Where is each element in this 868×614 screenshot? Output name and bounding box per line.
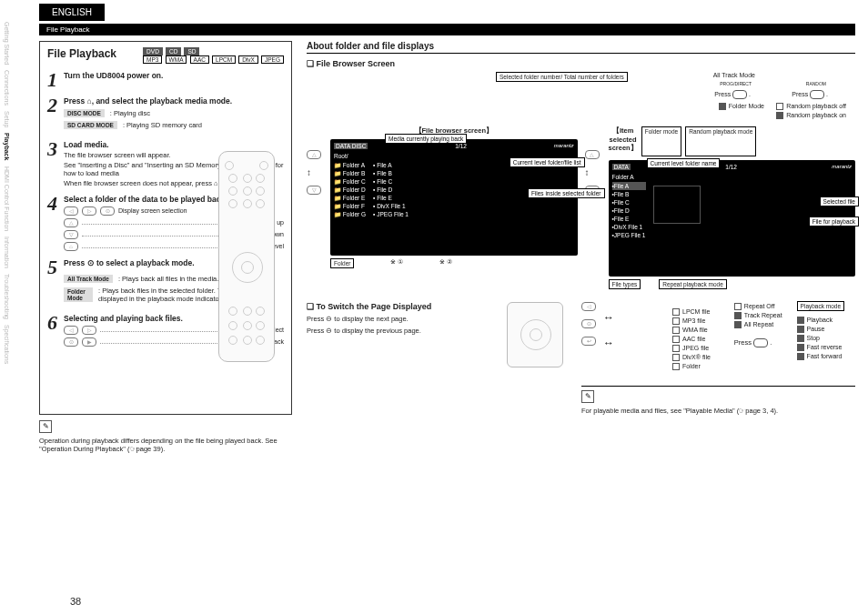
- step-number-3: 3: [47, 140, 64, 187]
- all-repeat: All Repeat: [744, 321, 773, 327]
- top-menu-icon: ⌂: [64, 242, 78, 251]
- divx-icon: [672, 354, 680, 361]
- nav-hdmi[interactable]: HDMI Control Function: [4, 166, 10, 231]
- step-1: 1 Turn the UD8004 power on.: [47, 71, 284, 89]
- callout-level: Current level folder/file list: [510, 157, 585, 167]
- step-number-4: 4: [47, 195, 64, 251]
- enter-icon: ⊙: [100, 206, 115, 216]
- switch-page-heading: ❏ To Switch the Page Displayed: [307, 302, 489, 311]
- prog-direct-label: PROG/DIRECT: [720, 81, 752, 86]
- badge-cd: CD: [166, 47, 181, 55]
- jpeg-icon: [672, 345, 680, 352]
- step-number-1: 1: [47, 71, 64, 89]
- type-wma: WMA file: [682, 327, 708, 333]
- folder-f: Folder F: [343, 203, 365, 209]
- file-jpeg-2: JPEG File 1: [614, 232, 646, 238]
- badge-wma: WMA: [166, 55, 187, 64]
- folder-e: Folder E: [343, 195, 366, 201]
- wma-icon: [672, 327, 680, 334]
- file-browser-heading: ❏ File Browser Screen: [307, 59, 855, 68]
- file-divx-2: DivX File 1: [614, 224, 642, 230]
- file-b-2: File B: [614, 191, 630, 197]
- left-footnote: Operation during playback differs depend…: [39, 437, 292, 453]
- nav-up-icon: △: [307, 150, 321, 159]
- item-screen-label: 【Item selected screen】: [609, 126, 638, 153]
- nav-troubleshooting[interactable]: Troubleshooting: [4, 274, 10, 319]
- callout-files-inside: Files inside selected folder: [528, 188, 605, 198]
- note-icon-left: ✎: [39, 420, 52, 433]
- note-icon: ✎: [581, 390, 594, 403]
- file-a-sel: File A: [614, 183, 629, 189]
- data-disc-label: DATA DISC: [334, 143, 368, 149]
- nav-up-icon: ◁: [64, 206, 78, 216]
- press-2: Press: [792, 91, 808, 97]
- right-column: About folder and file displays ❏ File Br…: [307, 41, 855, 415]
- mp3-icon: [672, 317, 680, 325]
- counter: 1/12: [455, 143, 467, 151]
- all-track-label: All Track Mode: [64, 275, 113, 283]
- nav-setup[interactable]: Setup: [4, 111, 10, 127]
- repeat-list: Repeat Off Track Repeat All Repeat: [734, 302, 782, 329]
- repeat-button-icon: [753, 338, 768, 347]
- nav-specifications[interactable]: Specifications: [4, 325, 10, 364]
- badge-sd: SD: [184, 47, 199, 55]
- all-track-text: : Plays back all files in the media.: [118, 275, 218, 283]
- section-header: File Playback: [39, 24, 855, 35]
- step-number-6: 6: [47, 314, 64, 347]
- brand-label: marantz: [554, 143, 574, 151]
- folder-d: Folder D: [343, 186, 366, 193]
- pb-pause: Pause: [807, 326, 825, 332]
- badge-lpcm: LPCM: [212, 55, 236, 64]
- nav-information[interactable]: Information: [4, 237, 10, 268]
- step1-title: Turn the UD8004 power on.: [64, 71, 284, 80]
- file-list-2: ▪File A ▪File B ▪File C ▪File D ▪File E …: [612, 182, 646, 239]
- page-content: ENGLISH File Playback File Playback DVD …: [30, 0, 868, 614]
- random-mode-box: Random playback mode: [685, 126, 756, 156]
- nav-connections[interactable]: Connections: [4, 70, 10, 106]
- press-3: Press: [734, 338, 752, 347]
- folder-c: Folder C: [343, 178, 366, 185]
- random-button-icon: [810, 90, 824, 99]
- file-b: File B: [377, 170, 392, 176]
- badge-jpeg: JPEG: [261, 55, 284, 64]
- aac-icon: [672, 336, 680, 343]
- format-badges: DVD CD SD MP3 WMA AAC LPCM DivX JPEG: [142, 47, 284, 64]
- step-number-2: 2: [47, 96, 64, 133]
- nav-playback[interactable]: Playback: [4, 133, 10, 160]
- random-label: RANDOM: [806, 81, 826, 86]
- screens-row: △ ↕ ▽ 【File browser screen】 DATA DISC 1/…: [307, 126, 855, 289]
- callout-current-name: Current level folder name: [647, 158, 721, 168]
- remote-illustration: [218, 151, 275, 362]
- nav-getting-started[interactable]: Getting Started: [4, 22, 10, 65]
- callout-media: Media currently playing back: [385, 134, 467, 144]
- file-browser-screen: DATA DISC 1/12 marantz Root/ 📁 Folder A …: [330, 139, 578, 256]
- type-aac: AAC file: [682, 336, 705, 342]
- sd-mode-text: : Playing SD memory card: [123, 121, 202, 129]
- nav-left-icon: ◁: [64, 326, 78, 335]
- return-icon: ↩: [581, 337, 596, 346]
- bottom-note: For playable media and files, see "Playa…: [581, 407, 855, 415]
- switch-prev: Press ⊖ to display the previous page.: [307, 327, 489, 335]
- step-2: 2 Press ⌂, and select the playback media…: [47, 96, 284, 133]
- callout-file-playback: File for playback: [809, 216, 859, 226]
- file-list: ▪ File A ▪ File B ▪ File C ▪ File D ▪ Fi…: [373, 161, 409, 218]
- folder-list: 📁 Folder A 📁 Folder B 📁 Folder C 📁 Folde…: [334, 161, 366, 218]
- prog-button-icon: [732, 90, 747, 99]
- random-off-label: Random playback off: [786, 103, 846, 109]
- playback-list: Playback Pause Stop Fast reverse Fast fo…: [797, 316, 844, 361]
- pause-icon: [797, 326, 804, 333]
- file-c: File C: [377, 178, 392, 185]
- nav-down-icon: ▷: [82, 206, 96, 216]
- disc-mode-label: DISC MODE: [64, 109, 105, 117]
- sd-mode-label: SD CARD MODE: [64, 121, 117, 129]
- type-jpeg: JPEG file: [682, 345, 709, 351]
- pb-rew: Fast reverse: [807, 344, 843, 350]
- nav-up-icon: △: [585, 150, 600, 159]
- play-icon: ▶: [82, 337, 96, 347]
- nav-arrows-bottom: ◁ ⊙ ↩: [581, 302, 598, 371]
- type-mp3: MP3 file: [682, 317, 705, 324]
- folder-mode-box: Folder mode: [641, 126, 682, 156]
- step2-title: Press ⌂, and select the playback media m…: [64, 96, 284, 106]
- track-repeat: Track Repeat: [744, 312, 782, 318]
- file-types-list: LPCM file MP3 file WMA file AAC file JPE…: [672, 307, 711, 371]
